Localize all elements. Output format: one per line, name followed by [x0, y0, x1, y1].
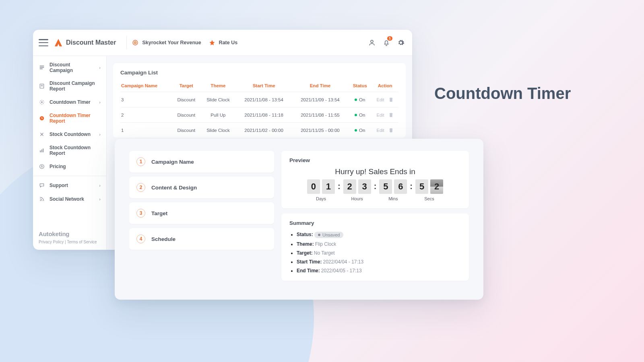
step-number: 3: [136, 209, 145, 218]
digit-mins-1: 6: [394, 179, 407, 194]
chevron-right-icon: ›: [99, 132, 101, 137]
col-name: Campaign Name: [120, 80, 172, 92]
profile-button[interactable]: [365, 35, 379, 50]
cell-target: Discount: [172, 107, 201, 123]
digit-hours-0: 2: [343, 179, 356, 194]
delete-button[interactable]: [388, 112, 394, 117]
cell-theme: Pull Up: [200, 107, 236, 123]
svg-point-3: [371, 40, 373, 43]
summary-start: Start Time:2022/04/04 - 17:13: [297, 259, 461, 265]
notifications-button[interactable]: 1: [379, 35, 394, 50]
step-schedule[interactable]: 4Schedule: [129, 228, 274, 250]
star-icon: [208, 39, 216, 46]
target-icon: [132, 39, 139, 46]
svg-rect-14: [43, 148, 43, 152]
cell-end: 2021/11/09 - 13:54: [292, 92, 349, 107]
sidebar-label: Pricing: [50, 164, 66, 169]
cell-name: 3: [120, 92, 172, 107]
sidebar-item-countdown-timer[interactable]: Countdown Timer ›: [33, 95, 106, 109]
edit-button[interactable]: Edit: [377, 113, 384, 117]
cell-theme: Slide Clock: [200, 123, 236, 138]
campaign-list-card: Campaign List Campaign Name Target Theme…: [113, 63, 406, 138]
cell-status: On: [348, 107, 372, 123]
sidebar-label: Discount Campaign: [50, 62, 95, 73]
settings-button[interactable]: [394, 35, 408, 50]
dollar-icon: $: [39, 163, 45, 170]
preview-panel: Preview Hurry up! Sales Ends in 0 1 Days…: [281, 151, 469, 208]
svg-rect-5: [40, 67, 44, 68]
footer-links[interactable]: Privacy Policy | Terms of Service: [39, 240, 101, 244]
clock-icon: [39, 115, 45, 121]
sidebar: Discount Campaign › Discount Campaign Re…: [33, 56, 107, 250]
col-theme: Theme: [200, 80, 236, 92]
step-label: Content & Design: [151, 185, 197, 191]
table-row: 2DiscountPull Up2021/11/08 - 11:182021/1…: [120, 107, 398, 123]
svg-point-17: [40, 200, 41, 201]
divider: [33, 176, 106, 176]
step-label: Campaign Name: [151, 159, 194, 165]
skyrocket-label: Skyrocket Your Revenue: [142, 40, 201, 45]
sidebar-item-support[interactable]: Support ›: [33, 179, 106, 192]
sidebar-item-discount-report[interactable]: Discount Campaign Report ›: [33, 77, 106, 95]
sidebar-item-social[interactable]: Social Network ›: [33, 192, 106, 206]
brand: Discount Master: [54, 38, 116, 47]
campaign-list-title: Campaign List: [120, 70, 398, 76]
bar-icon: [39, 147, 45, 154]
step-label: Target: [151, 210, 167, 216]
sidebar-footer: Autoketing Privacy Policy | Terms of Ser…: [33, 226, 106, 250]
label-mins: Mins: [388, 196, 398, 201]
status-dot-icon: [355, 129, 357, 132]
svg-rect-6: [40, 68, 43, 69]
preview-title: Preview: [289, 157, 461, 163]
skyrocket-revenue-link[interactable]: Skyrocket Your Revenue: [132, 39, 201, 46]
countdown-timer: 0 1 Days : 2 3 Hours : 5: [289, 179, 461, 201]
gear-icon: [39, 99, 45, 105]
summary-end: End Time:2022/04/05 - 17:13: [297, 268, 461, 274]
digit-days-1: 1: [322, 179, 335, 194]
colon: :: [409, 179, 413, 191]
step-label: Schedule: [151, 236, 175, 242]
step-content-design[interactable]: 2Content & Design: [129, 177, 274, 198]
menu-toggle-button[interactable]: [39, 39, 48, 46]
delete-button[interactable]: [388, 97, 394, 102]
tools-icon: [39, 131, 45, 138]
digit-mins-0: 5: [379, 179, 392, 194]
table-row: 3DiscountSlide Clock2021/11/08 - 13:5420…: [120, 92, 398, 107]
step-campaign-name[interactable]: 1Campaign Name: [129, 151, 274, 173]
rate-us-link[interactable]: Rate Us: [208, 39, 238, 46]
sidebar-item-stock-countdown[interactable]: Stock Countdown ›: [33, 128, 106, 141]
svg-rect-12: [40, 150, 41, 152]
sidebar-item-countdown-report[interactable]: Countdown Timer Report ›: [33, 109, 106, 128]
label-hours: Hours: [351, 196, 363, 201]
colon: :: [337, 179, 341, 191]
edit-button[interactable]: Edit: [377, 128, 384, 133]
sidebar-item-pricing[interactable]: $ Pricing ›: [33, 160, 106, 173]
step-number: 4: [136, 234, 145, 243]
cell-target: Discount: [172, 92, 201, 107]
chevron-right-icon: ›: [99, 197, 101, 202]
step-number: 1: [136, 157, 145, 166]
chat-icon: [39, 182, 45, 189]
cell-start: 2021/11/02 - 00:00: [236, 123, 292, 138]
step-number: 2: [136, 183, 145, 192]
sidebar-item-discount-campaign[interactable]: Discount Campaign ›: [33, 58, 106, 77]
summary-theme: Theme:Flip Clock: [297, 241, 461, 247]
label-days: Days: [316, 196, 326, 201]
cell-end: 2021/11/25 - 00:00: [292, 123, 349, 138]
sidebar-item-stock-report[interactable]: Stock Countdown Report ›: [33, 141, 106, 160]
svg-point-2: [135, 42, 136, 43]
campaign-table: Campaign Name Target Theme Start Time En…: [120, 80, 398, 138]
step-target[interactable]: 3Target: [129, 202, 274, 224]
brand-logo-icon: [54, 38, 63, 47]
delete-button[interactable]: [388, 128, 394, 133]
config-card: 1Campaign Name2Content & Design3Target4S…: [115, 139, 483, 300]
sidebar-label: Countdown Timer Report: [50, 113, 101, 124]
edit-button[interactable]: Edit: [377, 97, 384, 102]
page-hero-title: Countdown Timer: [434, 84, 571, 103]
col-action: Action: [372, 80, 398, 92]
table-row: 1DiscountSlide Clock2021/11/02 - 00:0020…: [120, 123, 398, 138]
status-badge: Unsaved: [314, 232, 343, 238]
footer-brand: Autoketing: [39, 230, 101, 237]
notification-badge: 1: [387, 36, 392, 41]
cell-start: 2021/11/08 - 13:54: [236, 92, 292, 107]
